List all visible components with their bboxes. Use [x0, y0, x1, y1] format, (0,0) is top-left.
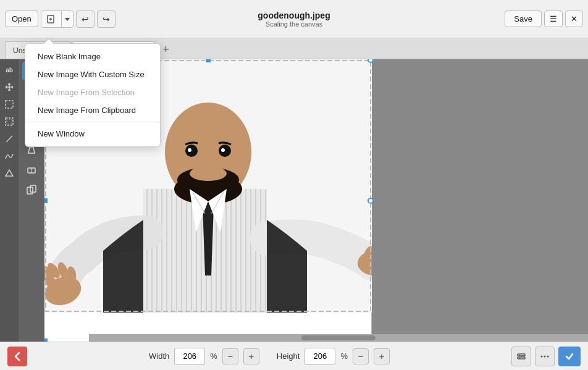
- more-options-icon: [539, 351, 550, 362]
- statusbar: Width % − + Height % − +: [0, 342, 588, 370]
- svg-point-78: [541, 355, 543, 357]
- shape-icon: [4, 169, 14, 179]
- width-input[interactable]: [174, 348, 205, 365]
- svg-rect-5: [7, 119, 12, 124]
- svg-rect-26: [166, 189, 167, 313]
- move-icon: [4, 82, 14, 92]
- clone-icon: [26, 184, 37, 195]
- window-title: goodenough.jpeg: [258, 11, 330, 20]
- svg-rect-3: [6, 101, 13, 108]
- svg-point-57: [221, 148, 225, 152]
- close-window-button[interactable]: ✕: [565, 11, 583, 27]
- statusbar-left: [7, 347, 27, 366]
- corner-handle-bl[interactable]: [44, 338, 48, 342]
- menu-item-new-custom[interactable]: New Image With Custom Size: [25, 65, 160, 83]
- undo-button[interactable]: ↩: [76, 11, 94, 28]
- eraser-tool-button[interactable]: [22, 161, 41, 179]
- move-tool-button[interactable]: [1, 79, 17, 95]
- svg-rect-38: [225, 189, 227, 313]
- svg-line-6: [6, 136, 12, 142]
- redo-button[interactable]: ↪: [97, 11, 116, 28]
- titlebar-left: Open ↩ ↪: [5, 11, 116, 28]
- svg-rect-75: [518, 357, 525, 359]
- fuzzy-select-button[interactable]: [1, 114, 17, 130]
- menu-item-new-blank[interactable]: New Blank Image: [25, 48, 160, 65]
- svg-point-79: [544, 355, 546, 357]
- horizontal-scrollbar[interactable]: [89, 334, 588, 342]
- new-image-button[interactable]: [41, 11, 61, 27]
- height-plus-button[interactable]: +: [374, 348, 390, 364]
- statusbar-fields: Width % − + Height % − +: [35, 348, 504, 365]
- width-unit: %: [210, 351, 217, 361]
- new-image-dropdown-arrow[interactable]: [61, 11, 73, 27]
- titlebar: Open ↩ ↪ goodenough.jpeg Scaling the can…: [0, 0, 588, 38]
- svg-rect-29: [181, 189, 182, 313]
- corner-handle-mr[interactable]: [368, 198, 374, 204]
- eraser-icon: [26, 164, 37, 175]
- menu-divider: [25, 122, 160, 122]
- width-field: [174, 348, 205, 365]
- height-input[interactable]: [304, 348, 335, 365]
- rect-select-icon: [4, 99, 14, 109]
- back-icon: [14, 351, 21, 361]
- line-icon: [4, 134, 14, 144]
- svg-rect-31: [191, 189, 192, 313]
- width-plus-button[interactable]: +: [243, 348, 259, 364]
- menu-item-new-from-selection: New Image From Selection: [25, 83, 160, 101]
- shape-tool-button[interactable]: [1, 166, 17, 182]
- clone-tool-button[interactable]: [22, 180, 41, 199]
- svg-rect-27: [171, 189, 172, 313]
- save-button[interactable]: Save: [505, 11, 542, 27]
- svg-point-56: [188, 148, 191, 152]
- corner-handle-tm[interactable]: [205, 59, 211, 63]
- back-button[interactable]: [7, 347, 27, 366]
- curve-icon: [4, 151, 14, 161]
- svg-rect-42: [245, 189, 246, 313]
- width-minus-button[interactable]: −: [222, 348, 238, 364]
- confirm-button[interactable]: [558, 347, 581, 366]
- left-toolbar: ab: [0, 59, 19, 342]
- svg-point-80: [547, 355, 549, 357]
- svg-rect-22: [146, 189, 148, 313]
- svg-marker-7: [6, 170, 13, 176]
- svg-point-53: [190, 166, 227, 181]
- layers-icon: [516, 351, 527, 362]
- height-field: [304, 348, 335, 365]
- menu-item-new-window[interactable]: New Window: [25, 125, 160, 143]
- chevron-down-icon: [65, 15, 70, 22]
- svg-rect-23: [151, 189, 153, 313]
- width-label: Width: [149, 351, 169, 361]
- svg-point-54: [185, 145, 198, 157]
- svg-rect-43: [250, 189, 251, 313]
- svg-rect-30: [186, 189, 187, 313]
- layers-button[interactable]: [511, 347, 531, 366]
- rect-select-tool-button[interactable]: [1, 96, 17, 112]
- horizontal-scrollbar-thumb[interactable]: [301, 335, 376, 340]
- svg-rect-28: [176, 189, 177, 313]
- menu-item-new-from-clipboard[interactable]: New Image From Clipboard: [25, 101, 160, 119]
- svg-rect-40: [235, 189, 237, 313]
- corner-handle-ml[interactable]: [44, 198, 48, 204]
- line-tool-button[interactable]: [1, 131, 17, 147]
- svg-marker-15: [28, 147, 35, 153]
- height-minus-button[interactable]: −: [353, 348, 369, 364]
- svg-rect-74: [518, 354, 525, 356]
- titlebar-center: goodenough.jpeg Scaling the canvas: [258, 11, 330, 28]
- more-options-button[interactable]: [535, 347, 555, 366]
- svg-rect-25: [161, 189, 162, 313]
- svg-rect-41: [240, 189, 242, 313]
- new-image-dropdown-menu: New Blank Image New Image With Custom Si…: [25, 43, 161, 147]
- statusbar-right: [511, 347, 581, 366]
- svg-point-55: [219, 145, 231, 157]
- svg-rect-39: [230, 189, 232, 313]
- check-icon: [565, 351, 574, 361]
- new-image-icon: [46, 14, 56, 24]
- curve-tool-button[interactable]: [1, 148, 17, 164]
- dropdown-arrow: [44, 39, 54, 44]
- open-button[interactable]: Open: [5, 11, 38, 27]
- window-subtitle: Scaling the canvas: [258, 20, 330, 28]
- text-tool-button[interactable]: ab: [1, 62, 17, 78]
- height-unit: %: [340, 351, 348, 361]
- menu-button[interactable]: ☰: [544, 11, 563, 27]
- height-label: Height: [277, 351, 300, 361]
